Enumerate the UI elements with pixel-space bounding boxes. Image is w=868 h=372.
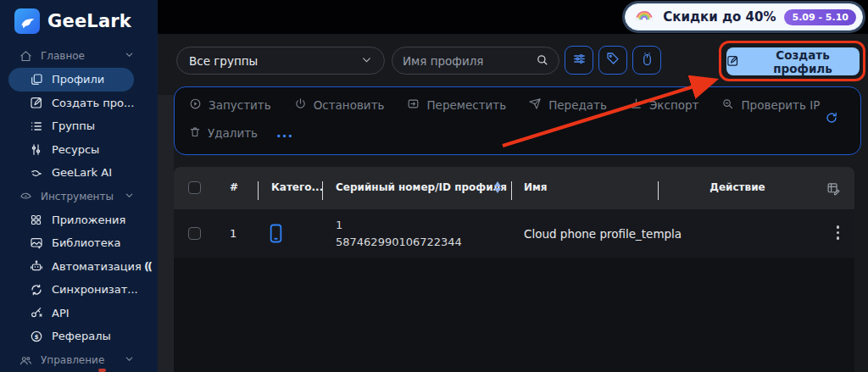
logo[interactable]: GeeLark — [0, 0, 158, 36]
column-divider — [658, 181, 659, 200]
column-divider — [511, 181, 512, 200]
section-label: Главное — [41, 50, 85, 62]
profile-name-cell: Cloud phone profile_templa — [524, 227, 682, 241]
item-label: Ресурсы — [52, 143, 99, 156]
sidebar-item-groups[interactable]: Группы — [0, 114, 158, 138]
create-profile-label: Создать профиль — [746, 48, 860, 75]
move-action[interactable]: Переместить — [407, 97, 506, 113]
image-library-icon — [29, 236, 43, 250]
send-icon — [529, 97, 542, 113]
sidebar-item-resources[interactable]: Ресурсы — [0, 138, 158, 162]
item-label: Приложения — [52, 214, 125, 226]
sidebar-section-main[interactable]: Главное — [0, 44, 158, 68]
select-all-checkbox[interactable] — [188, 181, 201, 194]
geelark-app: GeeLark Главное Профили Создать про... Г… — [0, 0, 868, 372]
edit-pencil-icon — [726, 54, 739, 69]
trash-icon — [189, 125, 201, 141]
table-row[interactable]: 1 1 587462990106722344 Cloud phone profi… — [174, 209, 854, 258]
row-checkbox[interactable] — [188, 227, 201, 240]
row-menu-kebab-icon[interactable] — [837, 225, 840, 240]
col-serial: Серийный номер/ID профиля — [336, 181, 507, 193]
sort-toggle[interactable] — [494, 181, 501, 193]
create-profile-button[interactable]: Создать профиль — [726, 47, 860, 75]
sidebar-item-geelark-ai[interactable]: GeeLark AI — [0, 161, 158, 185]
item-label: Библиотека — [52, 236, 121, 249]
table-header: # Катего... Серийный номер/ID профиля Им… — [174, 167, 854, 209]
bulk-actions-panel: Запустить Остановить Переместить Передат… — [174, 86, 861, 155]
collapse-handle[interactable]: (( — [144, 260, 151, 273]
tag-icon — [606, 52, 620, 69]
power-icon — [294, 97, 307, 113]
serial-cell: 1 587462990106722344 — [336, 217, 462, 251]
geelark-logo-icon — [14, 8, 40, 34]
rainbow-icon — [634, 8, 654, 25]
sidebar-section-tools[interactable]: Инструменты — [0, 185, 158, 208]
col-action: Действие — [691, 181, 784, 193]
users-icon — [19, 353, 33, 368]
item-label: Группы — [52, 119, 95, 132]
grid-icon — [29, 213, 43, 227]
section-label: Инструменты — [41, 191, 114, 203]
section-label: Управление — [41, 354, 104, 366]
table-settings-icon[interactable] — [826, 181, 841, 198]
check-ip-action[interactable]: Проверить IP — [721, 97, 820, 113]
export-action[interactable]: Экспорт — [630, 97, 699, 113]
start-action[interactable]: Запустить — [189, 97, 271, 113]
promo-date-badge: 5.09 - 5.10 — [784, 9, 856, 25]
bird-ai-icon — [29, 165, 43, 180]
sidebar-item-referrals[interactable]: $ Рефералы — [0, 325, 158, 348]
group-select-value: Все группы — [189, 54, 258, 68]
sidebar-item-library[interactable]: Библиотека — [0, 231, 158, 255]
svg-text:$: $ — [34, 332, 38, 340]
refresh-icon[interactable] — [825, 111, 838, 128]
promo-text: Скидки до 40% — [663, 9, 776, 25]
search-input[interactable] — [403, 54, 521, 68]
column-divider — [322, 181, 323, 200]
sidebar-gutter — [158, 95, 174, 372]
home-icon — [19, 49, 33, 64]
sliders-vertical-icon — [29, 142, 43, 157]
device-mouse-button[interactable] — [632, 46, 661, 75]
more-actions-button[interactable]: ... — [276, 125, 293, 141]
transfer-action[interactable]: Передать — [529, 97, 607, 113]
sidebar-item-automation[interactable]: Автоматизация (( — [0, 255, 158, 279]
search-icon[interactable] — [536, 53, 548, 69]
table-body-empty — [174, 258, 854, 372]
tags-button[interactable] — [598, 46, 627, 75]
sidebar-item-synchronizer[interactable]: Синхронизат... — [0, 278, 158, 302]
annotation-red-dot — [98, 369, 106, 372]
move-box-icon — [407, 97, 420, 113]
group-select[interactable]: Все группы — [176, 47, 385, 75]
sidebar-item-create-profile[interactable]: Создать про... — [0, 92, 158, 115]
col-index: # — [230, 181, 238, 193]
stop-action[interactable]: Остановить — [294, 97, 385, 113]
item-label: Создать про... — [52, 97, 134, 109]
sidebar-section-management[interactable]: Управление — [0, 349, 158, 372]
sidebar: GeeLark Главное Профили Создать про... Г… — [0, 0, 158, 372]
download-icon — [630, 97, 643, 113]
profiles-icon — [29, 72, 43, 86]
item-label: API — [52, 307, 70, 319]
sliders-icon — [572, 52, 587, 69]
play-circle-icon — [189, 97, 202, 113]
cloud-phone-icon — [269, 223, 283, 247]
robot-icon — [29, 259, 43, 274]
filter-settings-button[interactable] — [565, 46, 593, 75]
delete-action[interactable]: Удалить — [189, 125, 258, 141]
profile-search — [392, 47, 559, 75]
item-label: GeeLark AI — [52, 166, 112, 179]
key-icon — [29, 306, 43, 320]
top-header-bar: Скидки до 40% 5.09 - 5.10 — [158, 0, 868, 34]
brand-name: GeeLark — [47, 11, 131, 31]
sidebar-item-profiles[interactable]: Профили — [8, 68, 134, 92]
list-icon — [29, 119, 43, 133]
row-index: 1 — [230, 227, 236, 240]
sidebar-item-api[interactable]: API — [0, 302, 158, 325]
sidebar-nav: Главное Профили Создать про... Группы Ре… — [0, 44, 158, 372]
chevron-down-icon — [125, 191, 134, 203]
toolbox-icon — [19, 189, 33, 203]
mouse-icon — [641, 52, 654, 69]
sidebar-item-apps[interactable]: Приложения — [0, 208, 158, 232]
col-name: Имя — [524, 181, 548, 193]
promo-banner[interactable]: Скидки до 40% 5.09 - 5.10 — [625, 3, 863, 31]
